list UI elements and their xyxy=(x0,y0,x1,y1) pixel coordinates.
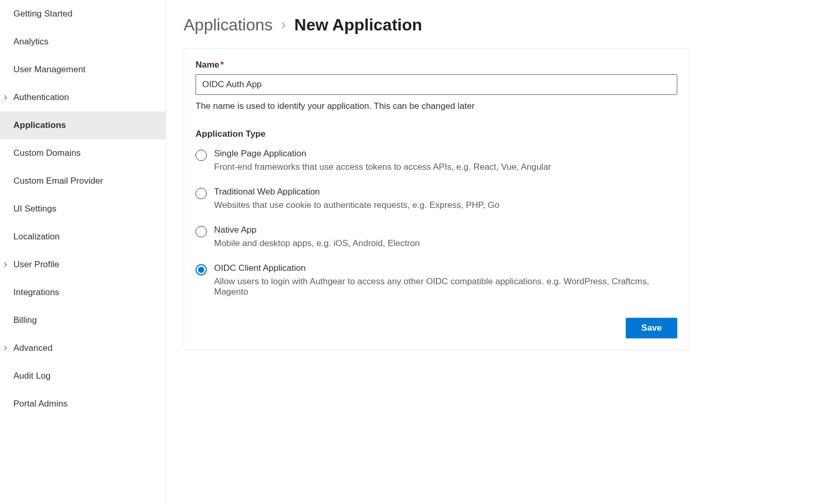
sidebar-item-audit-log[interactable]: Audit Log xyxy=(0,362,166,390)
sidebar-nav: Getting StartedAnalyticsUser ManagementA… xyxy=(0,0,166,504)
radio-title: Native App xyxy=(214,225,677,235)
radio-text: Native AppMobile and desktop apps, e.g. … xyxy=(214,225,677,249)
chevron-right-icon xyxy=(1,261,10,269)
sidebar-item-getting-started[interactable]: Getting Started xyxy=(0,0,166,28)
radio-description: Allow users to login with Authgear to ac… xyxy=(214,277,677,297)
radio-text: Single Page ApplicationFront-end framewo… xyxy=(214,149,677,172)
radio-description: Front-end frameworks that use access tok… xyxy=(214,162,677,172)
sidebar-item-label: Localization xyxy=(13,232,60,242)
radio-button-icon xyxy=(195,150,207,161)
radio-description: Websites that use cookie to authenticate… xyxy=(214,200,677,210)
radio-option-single-page-application[interactable]: Single Page ApplicationFront-end framewo… xyxy=(195,149,677,172)
breadcrumb-current: New Application xyxy=(295,15,422,35)
breadcrumb: Applications New Application xyxy=(184,15,813,35)
application-type-radio-group: Single Page ApplicationFront-end framewo… xyxy=(195,149,677,297)
sidebar-item-label: UI Settings xyxy=(13,204,56,214)
sidebar-item-label: Authentication xyxy=(13,92,69,103)
required-indicator: * xyxy=(220,60,224,70)
sidebar-item-user-profile[interactable]: User Profile xyxy=(0,251,166,279)
sidebar-item-custom-domains[interactable]: Custom Domains xyxy=(0,139,166,167)
breadcrumb-parent[interactable]: Applications xyxy=(184,15,273,35)
sidebar-item-label: Billing xyxy=(13,315,37,326)
name-helper-text: The name is used to identify your applic… xyxy=(195,101,677,111)
name-label-text: Name xyxy=(195,60,219,70)
sidebar-item-label: Audit Log xyxy=(13,371,51,381)
sidebar-item-label: Portal Admins xyxy=(13,399,68,409)
sidebar-item-label: Custom Domains xyxy=(13,148,80,158)
sidebar-item-label: Custom Email Provider xyxy=(13,176,103,186)
radio-button-icon xyxy=(195,188,207,199)
sidebar-item-authentication[interactable]: Authentication xyxy=(0,84,166,111)
sidebar-item-label: Getting Started xyxy=(13,9,72,19)
radio-text: Traditional Web ApplicationWebsites that… xyxy=(214,187,677,210)
name-label: Name* xyxy=(195,60,677,70)
sidebar-item-ui-settings[interactable]: UI Settings xyxy=(0,195,166,223)
sidebar-item-label: Analytics xyxy=(13,37,48,47)
sidebar-item-label: Integrations xyxy=(13,287,59,298)
radio-button-icon xyxy=(195,226,207,237)
radio-text: OIDC Client ApplicationAllow users to lo… xyxy=(214,263,677,297)
sidebar-item-label: Advanced xyxy=(13,343,53,353)
sidebar-item-billing[interactable]: Billing xyxy=(0,306,166,334)
sidebar-item-integrations[interactable]: Integrations xyxy=(0,279,166,306)
main-content: Applications New Application Name* The n… xyxy=(166,0,831,504)
sidebar-item-localization[interactable]: Localization xyxy=(0,223,166,251)
save-button[interactable]: Save xyxy=(626,318,677,338)
sidebar-item-label: Applications xyxy=(13,120,66,131)
sidebar-item-portal-admins[interactable]: Portal Admins xyxy=(0,390,166,418)
radio-option-native-app[interactable]: Native AppMobile and desktop apps, e.g. … xyxy=(195,225,677,249)
radio-option-oidc-client-application[interactable]: OIDC Client ApplicationAllow users to lo… xyxy=(195,263,677,297)
radio-description: Mobile and desktop apps, e.g. iOS, Andro… xyxy=(214,238,677,249)
sidebar-item-analytics[interactable]: Analytics xyxy=(0,28,166,56)
chevron-right-icon xyxy=(280,19,287,32)
name-input[interactable] xyxy=(195,74,677,95)
radio-option-traditional-web-application[interactable]: Traditional Web ApplicationWebsites that… xyxy=(195,187,677,210)
chevron-right-icon xyxy=(1,93,10,102)
sidebar-item-user-management[interactable]: User Management xyxy=(0,56,166,84)
application-type-label: Application Type xyxy=(195,129,677,139)
sidebar-item-label: User Profile xyxy=(13,259,59,270)
sidebar-item-advanced[interactable]: Advanced xyxy=(0,334,166,362)
form-footer: Save xyxy=(195,318,677,338)
sidebar-item-label: User Management xyxy=(13,64,86,75)
radio-title: Single Page Application xyxy=(214,149,677,159)
radio-title: OIDC Client Application xyxy=(214,263,677,273)
sidebar-item-applications[interactable]: Applications xyxy=(0,111,166,139)
radio-button-icon xyxy=(195,264,207,275)
sidebar-item-custom-email-provider[interactable]: Custom Email Provider xyxy=(0,167,166,195)
chevron-right-icon xyxy=(1,344,10,352)
radio-title: Traditional Web Application xyxy=(214,187,677,197)
form-panel: Name* The name is used to identify your … xyxy=(184,48,689,350)
